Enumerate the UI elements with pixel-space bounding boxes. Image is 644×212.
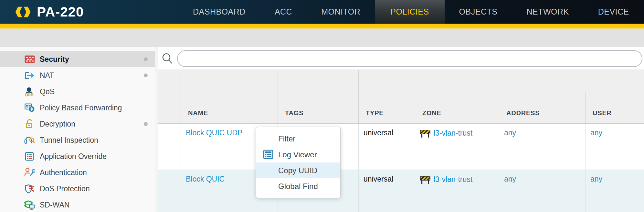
- address-link[interactable]: any: [504, 128, 516, 137]
- sidebar-item-decryption[interactable]: Decryption: [0, 116, 155, 132]
- sidebar-item-nat[interactable]: NAT: [0, 67, 155, 84]
- table-header: NAME TAGS TYPE Source ZONE ADDRESS USER: [158, 70, 644, 124]
- rule-search-row: [158, 47, 644, 70]
- dos-protection-icon: [24, 184, 35, 194]
- authentication-icon: [24, 168, 35, 177]
- context-menu-item-copy-uuid[interactable]: Copy UUID: [256, 162, 340, 178]
- sidebar-item-label: NAT: [40, 71, 144, 80]
- security-rules-table: NAME TAGS TYPE Source ZONE ADDRESS USER …: [158, 70, 644, 212]
- sd-wan-icon: [24, 200, 35, 210]
- row-handle-cell[interactable]: [158, 170, 181, 212]
- qos-icon: QoS: [24, 87, 35, 96]
- column-group-header-source: Source: [415, 70, 644, 92]
- nav-tab-dashboard[interactable]: DASHBOARD: [178, 0, 260, 24]
- rule-search-input[interactable]: [177, 50, 642, 67]
- table-row[interactable]: Block QUIC universal l3-vlan-trust any a…: [158, 170, 644, 212]
- nat-icon: [24, 71, 35, 80]
- rule-name-link[interactable]: Block QUIC UDP: [186, 128, 242, 137]
- row-handle-cell[interactable]: [158, 124, 181, 170]
- zone-link[interactable]: l3-vlan-trust: [434, 129, 472, 138]
- svg-text:QoS: QoS: [25, 92, 34, 96]
- context-menu-item-global-find[interactable]: Global Find: [256, 178, 340, 194]
- log-viewer-icon: [263, 150, 273, 159]
- sidebar-item-dos-protection[interactable]: DoS Protection: [0, 181, 155, 197]
- sidebar-item-label: Decryption: [40, 120, 144, 128]
- sidebar-item-policy-based-forwarding[interactable]: Policy Based Forwarding: [0, 100, 155, 116]
- security-icon: [24, 54, 35, 64]
- sidebar-item-sd-wan[interactable]: SD-WAN: [0, 197, 155, 212]
- sidebar-item-label: Policy Based Forwarding: [40, 104, 150, 112]
- search-icon: [161, 52, 174, 65]
- sidebar-item-label: QoS: [40, 87, 150, 96]
- rule-count-dot: [144, 57, 148, 61]
- content-area: Security NAT: [0, 47, 644, 212]
- row-handle-column-header: [158, 70, 181, 123]
- top-nav: PA-220 DASHBOARD ACC MONITOR POLICIES OB…: [0, 0, 644, 24]
- nav-tab-acc[interactable]: ACC: [260, 0, 307, 24]
- column-header-zone[interactable]: ZONE: [415, 92, 499, 123]
- row-context-menu: Filter Log Viewer Copy UUID Global Find: [256, 127, 341, 198]
- zone-link[interactable]: l3-vlan-trust: [434, 175, 472, 184]
- column-header-type[interactable]: TYPE: [359, 70, 415, 123]
- gold-accent-bar: [0, 24, 644, 28]
- sidebar-item-authentication[interactable]: Authentication: [0, 164, 155, 181]
- sidebar-item-label: Tunnel Inspection: [40, 136, 150, 145]
- policies-sidebar: Security NAT: [0, 47, 155, 212]
- nav-tab-policies[interactable]: POLICIES: [375, 0, 444, 24]
- zone-barricade-icon: [420, 176, 430, 184]
- policy-based-forwarding-icon: [24, 103, 35, 113]
- type-cell: universal: [359, 124, 415, 170]
- user-link[interactable]: any: [590, 128, 602, 137]
- column-header-address[interactable]: ADDRESS: [499, 92, 586, 123]
- nav-tab-objects[interactable]: OBJECTS: [445, 0, 512, 24]
- decryption-icon: [24, 119, 35, 129]
- rule-name-link[interactable]: Block QUIC: [186, 175, 225, 183]
- nav-tab-device[interactable]: DEVICE: [584, 0, 644, 24]
- sidebar-item-security[interactable]: Security: [0, 51, 155, 67]
- palo-alto-logo-icon: [14, 2, 32, 22]
- sidebar-scroll-gutter[interactable]: [155, 47, 158, 212]
- context-menu-item-label: Log Viewer: [278, 150, 317, 159]
- type-cell: universal: [359, 170, 415, 212]
- sidebar-item-tunnel-inspection[interactable]: Tunnel Inspection: [0, 132, 155, 148]
- policies-main-panel: NAME TAGS TYPE Source ZONE ADDRESS USER …: [158, 47, 644, 212]
- sidebar-item-label: Security: [40, 55, 144, 64]
- sidebar-item-label: SD-WAN: [40, 201, 150, 209]
- column-header-tags[interactable]: TAGS: [278, 70, 359, 123]
- table-row[interactable]: Block QUIC UDP universal l3-vlan-trust: [158, 124, 644, 170]
- column-header-user[interactable]: USER: [586, 92, 644, 123]
- sub-header-band: [0, 28, 644, 47]
- pa-220-admin-ui: PA-220 DASHBOARD ACC MONITOR POLICIES OB…: [0, 0, 644, 212]
- rule-count-dot: [144, 122, 148, 126]
- nav-tab-network[interactable]: NETWORK: [512, 0, 583, 24]
- nav-tab-monitor[interactable]: MONITOR: [307, 0, 375, 24]
- sidebar-item-qos[interactable]: QoS QoS: [0, 84, 155, 100]
- context-menu-item-log-viewer[interactable]: Log Viewer: [256, 147, 340, 162]
- sidebar-item-label: Authentication: [40, 168, 150, 177]
- device-model-title: PA-220: [37, 4, 84, 20]
- user-link[interactable]: any: [590, 175, 602, 183]
- column-header-name[interactable]: NAME: [181, 70, 278, 123]
- zone-barricade-icon: [420, 129, 430, 138]
- tunnel-inspection-icon: [24, 135, 35, 145]
- context-menu-item-filter[interactable]: Filter: [256, 131, 340, 147]
- sidebar-item-label: DoS Protection: [40, 184, 150, 193]
- main-nav-menu: DASHBOARD ACC MONITOR POLICIES OBJECTS N…: [178, 0, 644, 24]
- application-override-icon: [24, 151, 35, 161]
- brand-logo: PA-220: [0, 2, 84, 22]
- sidebar-item-application-override[interactable]: Application Override: [0, 148, 155, 164]
- address-link[interactable]: any: [504, 175, 516, 183]
- sidebar-item-label: Application Override: [40, 152, 150, 161]
- rule-count-dot: [144, 73, 148, 77]
